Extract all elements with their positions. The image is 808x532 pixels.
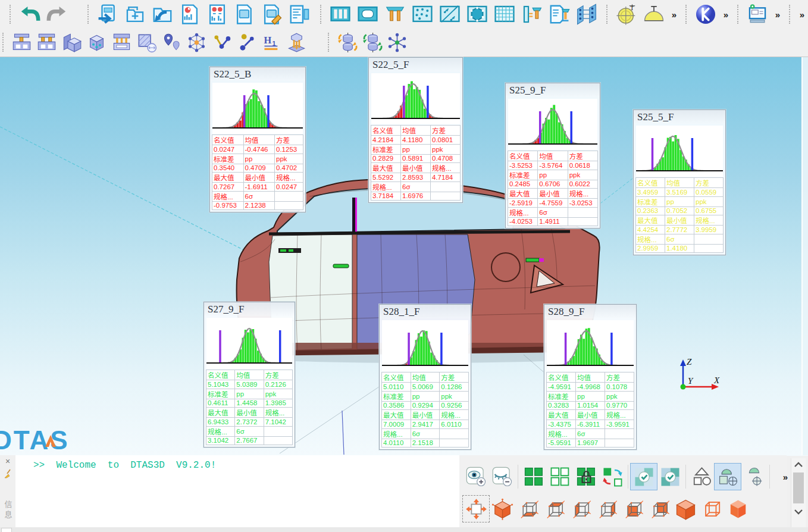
stat-label: 均值 bbox=[243, 135, 275, 145]
cube-plane-button[interactable] bbox=[59, 30, 84, 55]
pin-document-icon bbox=[548, 3, 571, 26]
undo-icon bbox=[18, 3, 41, 26]
pin-pair-button[interactable] bbox=[381, 1, 409, 27]
press-pins-button[interactable] bbox=[109, 30, 134, 55]
bottom-view-button[interactable] bbox=[515, 496, 541, 522]
console-close-button[interactable]: × bbox=[5, 457, 10, 465]
mesh-feature-button[interactable] bbox=[491, 1, 518, 27]
rotate-cylinder-manual-button[interactable] bbox=[334, 30, 359, 55]
measurement-device-button[interactable] bbox=[744, 1, 771, 27]
top-view-button[interactable] bbox=[541, 496, 568, 522]
shaded-view-button[interactable] bbox=[672, 496, 699, 522]
angle-vector-button[interactable] bbox=[209, 30, 234, 55]
more-solver-overflow-button[interactable]: » bbox=[719, 1, 732, 27]
stat-value: 1.0154 bbox=[576, 401, 605, 410]
right-view-button[interactable] bbox=[594, 496, 620, 522]
scroll-up-button[interactable] bbox=[792, 458, 805, 470]
wireframe-view-button[interactable] bbox=[699, 496, 725, 522]
table-row: 名义值均值方差 bbox=[508, 151, 598, 161]
pin-slot-button[interactable] bbox=[518, 1, 546, 27]
measurement-panel-S28_1_F[interactable]: S28_1_F名义值均值方差5.01105.00690.1286标准差ppppk… bbox=[379, 304, 471, 450]
open-model-button[interactable] bbox=[149, 1, 176, 27]
console-scrollbar[interactable] bbox=[791, 458, 806, 528]
parallel-planes-button[interactable] bbox=[573, 1, 600, 27]
lock-display-button[interactable] bbox=[573, 464, 599, 490]
hide-all-button[interactable] bbox=[547, 464, 573, 490]
stat-label: 标准差 bbox=[636, 196, 665, 206]
clamp-single-pin-button[interactable] bbox=[9, 30, 34, 55]
stat-label: 均值 bbox=[235, 370, 264, 380]
star-network-button[interactable] bbox=[384, 30, 409, 55]
table-row: -0.97532.1238 bbox=[212, 201, 303, 210]
measurement-panel-S28_9_F[interactable]: S28_9_F名义值均值方差-4.9591-4.99680.1078标准差ppp… bbox=[544, 304, 637, 450]
slot-block-button[interactable] bbox=[327, 1, 354, 27]
vector-point-button[interactable] bbox=[234, 30, 259, 55]
isometric-view-button[interactable] bbox=[489, 496, 515, 522]
table-row: 0.0247-0.47460.1253 bbox=[212, 145, 303, 154]
edit-frame-button[interactable] bbox=[258, 1, 286, 27]
show-selected-button[interactable] bbox=[463, 464, 489, 490]
solver-button[interactable] bbox=[692, 1, 719, 27]
table-row: 标准差ppppk bbox=[382, 391, 469, 401]
window-frame-button[interactable] bbox=[231, 1, 258, 27]
left-view-button[interactable] bbox=[568, 496, 594, 522]
scrollbar-thumb[interactable] bbox=[793, 472, 804, 503]
console-clear-button[interactable] bbox=[4, 469, 12, 480]
feature-display-button[interactable] bbox=[715, 464, 741, 490]
measurement-panel-S22_5_B[interactable]: S22_5_B名义值均值方差0.0247-0.47460.1253标准差pppp… bbox=[209, 67, 306, 212]
vector-plate-button[interactable] bbox=[436, 1, 463, 27]
redo-button[interactable] bbox=[43, 1, 71, 27]
more-tolerance-overflow-button[interactable]: » bbox=[668, 1, 681, 27]
profile-tolerance-icon bbox=[643, 3, 665, 26]
hex-network-button[interactable] bbox=[184, 30, 209, 55]
point-set-button[interactable] bbox=[409, 1, 436, 27]
pin-document-button[interactable] bbox=[546, 1, 573, 27]
stat-label: 标准差 bbox=[382, 391, 411, 401]
new-document-button[interactable] bbox=[121, 1, 149, 27]
measurement-panel-S27_9_F[interactable]: S27_9_F名义值均值方差5.10435.03890.2126标准差ppppk… bbox=[203, 302, 295, 447]
stat-value: 4.0110 bbox=[382, 439, 411, 447]
pocket-block-button[interactable] bbox=[354, 1, 381, 27]
target-display-button[interactable] bbox=[741, 464, 767, 490]
back-view-button[interactable] bbox=[646, 496, 672, 522]
document-list-button[interactable] bbox=[286, 1, 313, 27]
apply-check-button[interactable] bbox=[631, 464, 657, 490]
toolbar-separator bbox=[518, 465, 518, 489]
geometry-display-button[interactable] bbox=[688, 464, 715, 490]
measurement-panel-S22_5_F[interactable]: S22_5_F名义值均值方差4.21844.11800.0801标准差ppppk… bbox=[368, 57, 463, 203]
stat-label: pp bbox=[538, 170, 568, 180]
swap-display-button[interactable] bbox=[599, 464, 625, 490]
show-all-button[interactable] bbox=[521, 464, 547, 490]
location-pins-button[interactable] bbox=[159, 30, 184, 55]
pan-view-button[interactable] bbox=[463, 496, 489, 522]
hide-selected-button[interactable] bbox=[489, 464, 515, 490]
height-dimension-button[interactable]: H1 bbox=[259, 30, 284, 55]
more-tools-overflow-button[interactable]: » bbox=[796, 1, 808, 27]
display-toolbar: » bbox=[463, 464, 798, 490]
front-view-button[interactable] bbox=[620, 496, 646, 522]
solid-view-button[interactable] bbox=[725, 496, 751, 522]
rotate-cylinder-auto-button[interactable] bbox=[359, 30, 384, 55]
position-tolerance-button[interactable]: T bbox=[613, 1, 640, 27]
polygon-feature-button[interactable] bbox=[463, 1, 491, 27]
report-single-button[interactable] bbox=[176, 1, 203, 27]
cube-points-button[interactable] bbox=[84, 30, 109, 55]
cube-measure-button[interactable] bbox=[134, 30, 159, 55]
status-bar bbox=[0, 527, 808, 532]
window-frame-icon bbox=[233, 3, 256, 26]
measurement-panel-S25_9_F[interactable]: S25_9_F名义值均值方差-3.5253-3.57640.0618标准差ppp… bbox=[505, 83, 600, 229]
info-tab[interactable]: 信息 bbox=[2, 500, 14, 521]
stat-value: 0.9770 bbox=[605, 401, 634, 410]
stat-label: 6σ bbox=[576, 428, 605, 439]
stat-value: -4.9591 bbox=[547, 383, 576, 392]
clamp-double-pin-button[interactable] bbox=[34, 30, 59, 55]
scroll-down-button[interactable] bbox=[792, 506, 805, 518]
load-arrows-button[interactable] bbox=[284, 30, 309, 55]
undo-button[interactable] bbox=[16, 1, 43, 27]
measurement-panel-S25_5_F[interactable]: S25_5_F名义值均值方差3.49593.51690.0559标准差ppppk… bbox=[633, 109, 726, 255]
more-measure-overflow-button[interactable]: » bbox=[771, 1, 784, 27]
apply-check-all-button[interactable] bbox=[657, 464, 683, 490]
report-compare-button[interactable] bbox=[203, 1, 231, 27]
profile-tolerance-button[interactable] bbox=[640, 1, 668, 27]
export-model-button[interactable] bbox=[94, 1, 121, 27]
